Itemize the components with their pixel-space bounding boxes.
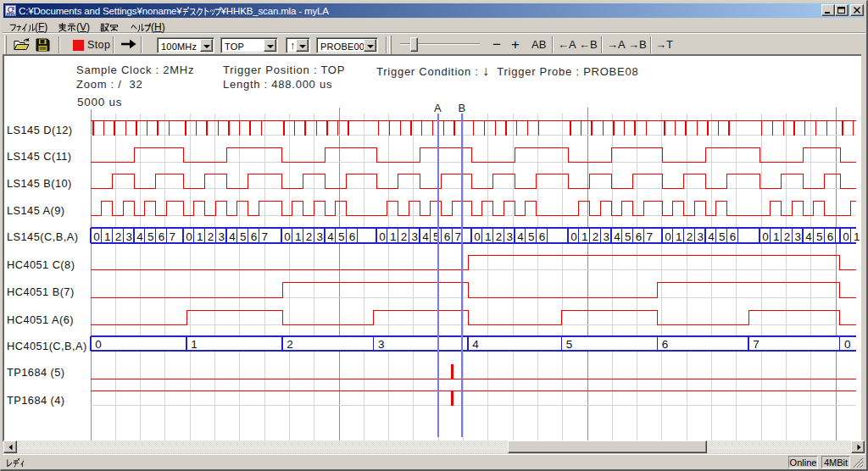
svg-text:3: 3 <box>378 338 385 351</box>
svg-text:2: 2 <box>208 230 214 243</box>
svg-text:3: 3 <box>316 230 323 243</box>
svg-text:0: 0 <box>843 230 849 243</box>
svg-text:3: 3 <box>507 230 514 243</box>
svg-text:1: 1 <box>104 230 111 243</box>
svg-text:5: 5 <box>566 338 573 351</box>
svg-text:6: 6 <box>827 230 834 243</box>
svg-text:0: 0 <box>570 230 577 243</box>
svg-text:6: 6 <box>730 230 737 243</box>
svg-text:3: 3 <box>698 230 704 243</box>
svg-text:2: 2 <box>784 230 791 243</box>
svg-text:7: 7 <box>753 338 760 351</box>
svg-text:1: 1 <box>485 230 492 243</box>
svg-text:0: 0 <box>762 230 769 243</box>
svg-text:4: 4 <box>422 230 429 243</box>
svg-text:3: 3 <box>411 230 418 243</box>
svg-text:5: 5 <box>240 230 247 243</box>
svg-text:6: 6 <box>159 230 165 243</box>
svg-text:2: 2 <box>115 230 122 243</box>
svg-text:0: 0 <box>95 338 102 351</box>
svg-text:0: 0 <box>379 230 386 243</box>
svg-text:2: 2 <box>687 230 693 243</box>
svg-text:4: 4 <box>327 230 334 243</box>
svg-text:A: A <box>434 102 442 114</box>
svg-text:2: 2 <box>306 230 313 243</box>
svg-text:1: 1 <box>676 230 682 243</box>
svg-text:3: 3 <box>795 230 802 243</box>
svg-text:0: 0 <box>284 230 291 243</box>
svg-text:2: 2 <box>287 338 293 351</box>
svg-text:7: 7 <box>455 230 462 243</box>
svg-text:7: 7 <box>261 230 268 243</box>
svg-text:1: 1 <box>295 230 302 243</box>
svg-text:6: 6 <box>349 230 356 243</box>
svg-text:5: 5 <box>625 230 632 243</box>
svg-text:2: 2 <box>593 230 599 243</box>
svg-text:0: 0 <box>93 230 100 243</box>
svg-text:5: 5 <box>338 230 345 243</box>
svg-text:0: 0 <box>844 338 851 351</box>
svg-text:6: 6 <box>444 230 451 243</box>
svg-text:6: 6 <box>539 230 546 243</box>
svg-text:4: 4 <box>517 230 524 243</box>
svg-text:5: 5 <box>528 230 535 243</box>
svg-text:4: 4 <box>614 230 620 243</box>
svg-text:4: 4 <box>229 230 236 243</box>
svg-text:B: B <box>459 102 466 114</box>
svg-text:3: 3 <box>125 230 132 243</box>
svg-text:7: 7 <box>647 230 654 243</box>
svg-text:7: 7 <box>169 230 175 243</box>
svg-text:4: 4 <box>136 230 143 243</box>
svg-text:5: 5 <box>816 230 823 243</box>
svg-text:3: 3 <box>218 230 225 243</box>
svg-text:0: 0 <box>665 230 671 243</box>
svg-text:4: 4 <box>805 230 812 243</box>
svg-text:2: 2 <box>496 230 503 243</box>
svg-text:4: 4 <box>472 338 479 351</box>
svg-text:3: 3 <box>604 230 610 243</box>
svg-text:1: 1 <box>197 230 203 243</box>
svg-text:1: 1 <box>191 338 198 351</box>
svg-text:6: 6 <box>662 338 669 351</box>
svg-text:1: 1 <box>581 230 588 243</box>
svg-text:4: 4 <box>708 230 715 243</box>
svg-text:5: 5 <box>147 230 154 243</box>
svg-text:6: 6 <box>251 230 258 243</box>
svg-text:1: 1 <box>390 230 397 243</box>
svg-text:6: 6 <box>636 230 643 243</box>
svg-text:2: 2 <box>401 230 408 243</box>
svg-text:0: 0 <box>474 230 481 243</box>
svg-text:5: 5 <box>719 230 726 243</box>
svg-text:1: 1 <box>773 230 780 243</box>
svg-text:0: 0 <box>186 230 192 243</box>
svg-text:1: 1 <box>854 230 860 243</box>
